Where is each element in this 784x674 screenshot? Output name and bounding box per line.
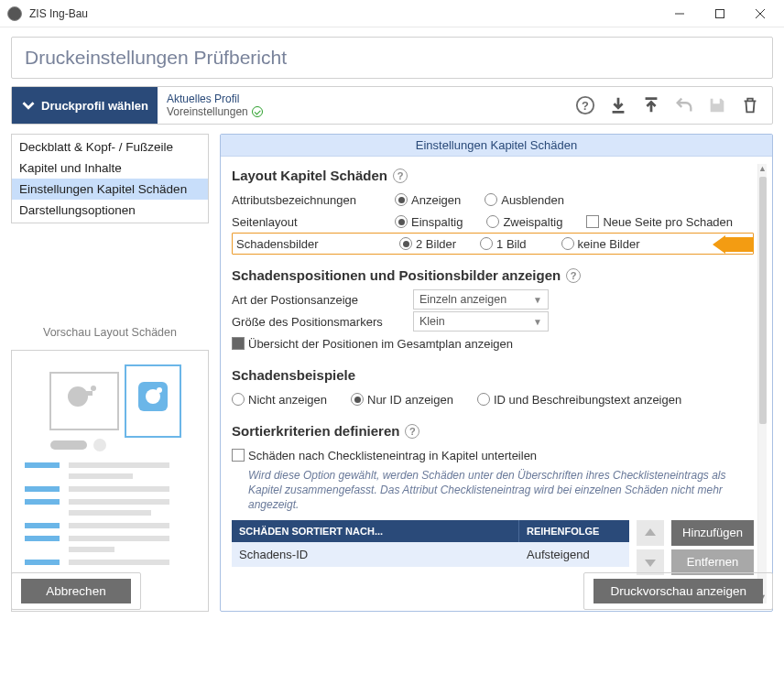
svg-rect-28 bbox=[69, 547, 114, 552]
nav-item-damage-settings[interactable]: Einstellungen Kapitel Schäden bbox=[12, 179, 208, 200]
checkbox-sort-checklist[interactable]: Schäden nach Checklisteneintrag in Kapit… bbox=[232, 449, 537, 462]
current-profile-value: Voreinstellungen bbox=[167, 105, 248, 118]
svg-text:?: ? bbox=[582, 99, 589, 113]
settings-nav: Deckblatt & Kopf- / Fußzeile Kapitel und… bbox=[11, 134, 209, 223]
sort-note: Wird diese Option gewählt, werden Schäde… bbox=[248, 468, 754, 513]
remove-button[interactable]: Entfernen bbox=[671, 549, 754, 575]
radio-examples-id-desc[interactable]: ID und Beschreibungstext anzeigen bbox=[477, 393, 681, 407]
save-icon[interactable] bbox=[704, 92, 730, 118]
add-button[interactable]: Hinzufügen bbox=[671, 520, 754, 546]
choose-profile-button[interactable]: Druckprofil wählen bbox=[12, 87, 158, 124]
sort-row-order: Aufsteigend bbox=[519, 542, 629, 567]
preview-button[interactable]: Druckvorschau anzeigen bbox=[593, 579, 763, 603]
radio-2-pics[interactable]: 2 Bilder bbox=[399, 237, 456, 251]
sort-row-value: Schadens-ID bbox=[232, 542, 519, 567]
vertical-scrollbar[interactable]: ▲ ▼ bbox=[757, 164, 767, 603]
highlighted-row: Schadensbilder 2 Bilder 1 Bild keine Bil… bbox=[232, 233, 754, 255]
svg-rect-1 bbox=[716, 9, 724, 17]
nav-item-cover[interactable]: Deckblatt & Kopf- / Fußzeile bbox=[12, 136, 208, 158]
attr-label: Attributsbezeichnungen bbox=[232, 193, 387, 207]
current-profile-info: Aktuelles Profil Voreinstellungen bbox=[158, 87, 572, 124]
radio-attr-show[interactable]: Anzeigen bbox=[395, 193, 461, 207]
nav-item-chapters[interactable]: Kapitel und Inhalte bbox=[12, 158, 208, 179]
position-type-select[interactable]: Einzeln anzeigen▼ bbox=[413, 289, 549, 310]
svg-rect-30 bbox=[69, 560, 169, 565]
svg-rect-26 bbox=[25, 536, 60, 541]
current-profile-label: Aktuelles Profil bbox=[167, 92, 563, 105]
checkbox-new-page[interactable]: Neue Seite pro Schaden bbox=[586, 215, 733, 229]
radio-no-pics[interactable]: keine Bilder bbox=[561, 237, 640, 251]
svg-rect-18 bbox=[69, 473, 133, 479]
move-down-button[interactable] bbox=[637, 549, 664, 575]
pics-label: Schadensbilder bbox=[236, 237, 392, 251]
nav-item-display[interactable]: Darstellungsoptionen bbox=[12, 200, 208, 221]
scroll-up-icon: ▲ bbox=[758, 164, 767, 175]
sort-col-2: Reihenfolge bbox=[519, 520, 629, 542]
svg-point-15 bbox=[93, 439, 106, 451]
chevron-down-icon: ▼ bbox=[533, 295, 542, 305]
help-icon[interactable]: ? bbox=[393, 168, 408, 183]
svg-rect-23 bbox=[69, 510, 151, 516]
radio-1-pic[interactable]: 1 Bild bbox=[480, 237, 527, 251]
close-button[interactable] bbox=[740, 0, 780, 27]
move-up-button[interactable] bbox=[637, 520, 664, 546]
profile-toolbar: Druckprofil wählen Aktuelles Profil Vore… bbox=[11, 86, 773, 125]
section-layout-title: Layout Kapitel Schäden ? bbox=[232, 168, 754, 183]
svg-rect-14 bbox=[50, 440, 87, 450]
choose-profile-label: Druckprofil wählen bbox=[41, 99, 148, 113]
delete-icon[interactable] bbox=[737, 92, 763, 118]
sort-row[interactable]: Schadens-ID Aufsteigend bbox=[232, 542, 629, 567]
undo-icon[interactable] bbox=[671, 92, 697, 118]
chevron-down-icon bbox=[16, 92, 41, 118]
scroll-thumb[interactable] bbox=[759, 177, 767, 424]
radio-two-col[interactable]: Zweispaltig bbox=[486, 215, 562, 229]
section-sort-title: Sortierkriterien definieren ? bbox=[232, 423, 754, 439]
svg-rect-24 bbox=[25, 523, 60, 528]
svg-rect-20 bbox=[69, 486, 169, 492]
page-header: Druckeinstellungen Prüfbericht bbox=[11, 37, 773, 79]
download-icon[interactable] bbox=[605, 92, 631, 118]
help-icon[interactable]: ? bbox=[566, 268, 581, 283]
window-title: ZIS Ing-Bau bbox=[29, 7, 659, 20]
svg-rect-17 bbox=[69, 462, 169, 468]
sort-col-1: Schäden sortiert nach... bbox=[232, 520, 519, 542]
page-layout-label: Seitenlayout bbox=[232, 215, 387, 229]
marker-size-select[interactable]: Klein▼ bbox=[413, 311, 549, 332]
sort-table: Schäden sortiert nach... Reihenfolge Sch… bbox=[232, 520, 629, 567]
svg-rect-25 bbox=[69, 523, 169, 528]
upload-icon[interactable] bbox=[638, 92, 664, 118]
app-icon bbox=[7, 6, 22, 21]
position-type-label: Art der Postionsanzeige bbox=[232, 293, 406, 307]
minimize-button[interactable] bbox=[659, 0, 700, 27]
help-icon[interactable]: ? bbox=[405, 424, 419, 439]
section-positions-title: Schadenspositionen und Positionsbilder a… bbox=[232, 267, 754, 283]
svg-rect-21 bbox=[25, 499, 60, 505]
section-examples-title: Schadensbeispiele bbox=[232, 367, 754, 383]
cancel-button[interactable]: Abbrechen bbox=[21, 579, 131, 603]
radio-examples-id[interactable]: Nur ID anzeigen bbox=[351, 393, 453, 407]
preview-title: Vorschau Layout Schäden bbox=[11, 326, 209, 339]
chevron-down-icon: ▼ bbox=[533, 317, 542, 327]
page-title: Druckeinstellungen Prüfbericht bbox=[25, 47, 759, 69]
radio-examples-none[interactable]: Nicht anzeigen bbox=[232, 393, 327, 407]
svg-rect-8 bbox=[85, 391, 93, 396]
window-titlebar: ZIS Ing-Bau bbox=[0, 0, 784, 27]
svg-point-7 bbox=[68, 386, 88, 407]
marker-size-label: Größe des Positionsmarkers bbox=[232, 315, 406, 329]
checkbox-overview[interactable]: Übersicht der Positionen im Gesamtplan a… bbox=[232, 337, 513, 351]
help-icon[interactable]: ? bbox=[572, 92, 598, 118]
svg-point-13 bbox=[157, 387, 162, 393]
radio-attr-hide[interactable]: Ausblenden bbox=[485, 193, 564, 207]
callout-arrow-icon bbox=[713, 235, 754, 256]
svg-rect-27 bbox=[69, 536, 169, 541]
svg-rect-22 bbox=[69, 499, 169, 505]
svg-rect-29 bbox=[25, 560, 60, 565]
maximize-button[interactable] bbox=[700, 0, 740, 27]
panel-title: Einstellungen Kapitel Schäden bbox=[221, 135, 772, 157]
svg-point-9 bbox=[91, 386, 96, 391]
svg-rect-16 bbox=[25, 462, 60, 468]
check-icon bbox=[252, 106, 263, 117]
svg-rect-19 bbox=[25, 486, 60, 492]
radio-one-col[interactable]: Einspaltig bbox=[395, 215, 463, 229]
